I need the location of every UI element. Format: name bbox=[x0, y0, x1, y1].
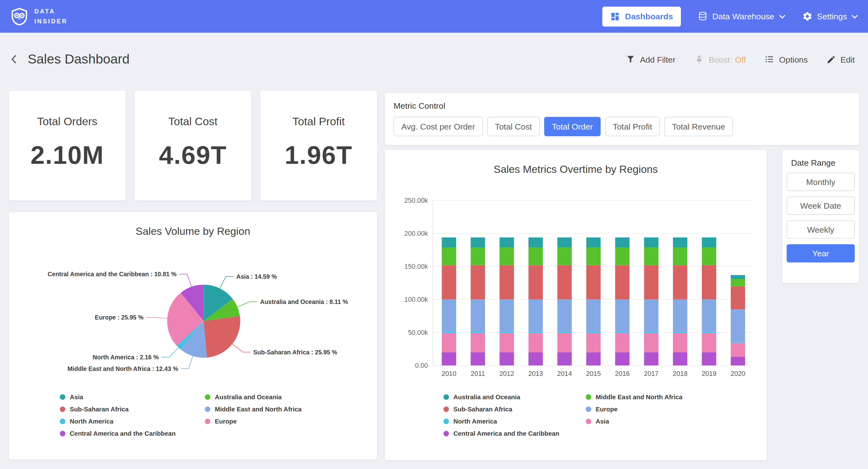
bar-segment-middle-east-and-north-africa[interactable] bbox=[702, 247, 716, 265]
bar-segment-australia-and-oceania[interactable] bbox=[442, 237, 456, 247]
bar-segment-sub-saharan-africa[interactable] bbox=[528, 265, 542, 299]
bar-segment-europe[interactable] bbox=[528, 300, 542, 332]
bar-segment-middle-east-and-north-africa[interactable] bbox=[442, 247, 456, 265]
pie-legend-item-europe[interactable]: Europe bbox=[205, 418, 371, 424]
bar-segment-north-america[interactable] bbox=[702, 332, 716, 333]
bar-segment-australia-and-oceania[interactable] bbox=[702, 237, 716, 247]
bar-segment-middle-east-and-north-africa[interactable] bbox=[471, 247, 485, 265]
options-button[interactable]: Options bbox=[765, 54, 808, 64]
bar-segment-sub-saharan-africa[interactable] bbox=[471, 265, 485, 299]
bar-segment-north-america[interactable] bbox=[442, 332, 456, 333]
bar-segment-central-america-and-the-caribbean[interactable] bbox=[673, 352, 687, 365]
bar-segment-middle-east-and-north-africa[interactable] bbox=[731, 279, 745, 286]
pie-legend-item-middle-east-and-north-africa[interactable]: Middle East and North Africa bbox=[205, 406, 371, 412]
bar-segment-middle-east-and-north-africa[interactable] bbox=[500, 247, 514, 265]
bar-segment-asia[interactable] bbox=[528, 333, 542, 353]
bar-segment-europe[interactable] bbox=[557, 300, 571, 332]
bar-segment-asia[interactable] bbox=[644, 333, 658, 353]
bar-segment-asia[interactable] bbox=[471, 333, 485, 353]
metric-button-total-revenue[interactable]: Total Revenue bbox=[664, 117, 733, 136]
bar-segment-central-america-and-the-caribbean[interactable] bbox=[528, 352, 542, 365]
bar-segment-north-america[interactable] bbox=[644, 332, 658, 333]
brand[interactable]: DATA INSIDER bbox=[10, 7, 67, 26]
bar-segment-north-america[interactable] bbox=[557, 332, 571, 333]
bar-segment-north-america[interactable] bbox=[615, 332, 629, 333]
bar-segment-central-america-and-the-caribbean[interactable] bbox=[731, 357, 745, 365]
bar-segment-asia[interactable] bbox=[500, 333, 514, 353]
bar-segment-europe[interactable] bbox=[702, 300, 716, 332]
bar-segment-australia-and-oceania[interactable] bbox=[557, 237, 571, 247]
bar-segment-sub-saharan-africa[interactable] bbox=[644, 265, 658, 299]
metric-button-total-order[interactable]: Total Order bbox=[544, 117, 601, 136]
bar-legend-item-sub-saharan-africa[interactable]: Sub-Saharan Africa bbox=[443, 406, 586, 412]
bar-segment-sub-saharan-africa[interactable] bbox=[500, 265, 514, 299]
bar-segment-north-america[interactable] bbox=[731, 342, 745, 343]
bar-segment-north-america[interactable] bbox=[673, 332, 687, 333]
bar-segment-europe[interactable] bbox=[586, 300, 600, 332]
bar-segment-sub-saharan-africa[interactable] bbox=[673, 265, 687, 299]
bar-segment-sub-saharan-africa[interactable] bbox=[442, 265, 456, 299]
bar-segment-middle-east-and-north-africa[interactable] bbox=[673, 247, 687, 265]
bar-segment-sub-saharan-africa[interactable] bbox=[586, 265, 600, 299]
bar-segment-middle-east-and-north-africa[interactable] bbox=[615, 247, 629, 265]
pie-legend-item-north-america[interactable]: North America bbox=[60, 418, 205, 424]
bar-segment-europe[interactable] bbox=[644, 300, 658, 332]
date-range-button-week-date[interactable]: Week Date bbox=[787, 197, 855, 215]
bar-segment-asia[interactable] bbox=[673, 333, 687, 353]
metric-button-total-cost[interactable]: Total Cost bbox=[487, 117, 539, 136]
metric-button-total-profit[interactable]: Total Profit bbox=[605, 117, 660, 136]
bar-segment-sub-saharan-africa[interactable] bbox=[731, 286, 745, 309]
bar-segment-central-america-and-the-caribbean[interactable] bbox=[500, 352, 514, 365]
bar-segment-central-america-and-the-caribbean[interactable] bbox=[615, 352, 629, 365]
nav-settings[interactable]: Settings bbox=[802, 11, 858, 22]
bar-segment-australia-and-oceania[interactable] bbox=[615, 237, 629, 247]
bar-segment-europe[interactable] bbox=[673, 300, 687, 332]
bar-segment-sub-saharan-africa[interactable] bbox=[557, 265, 571, 299]
bar-segment-europe[interactable] bbox=[500, 300, 514, 332]
bar-segment-central-america-and-the-caribbean[interactable] bbox=[702, 352, 716, 365]
edit-button[interactable]: Edit bbox=[827, 55, 855, 64]
bar-segment-north-america[interactable] bbox=[500, 332, 514, 333]
nav-data-warehouse[interactable]: Data Warehouse bbox=[698, 11, 785, 22]
bar-segment-middle-east-and-north-africa[interactable] bbox=[528, 247, 542, 265]
bar-segment-sub-saharan-africa[interactable] bbox=[615, 265, 629, 299]
bar-segment-europe[interactable] bbox=[442, 300, 456, 332]
bar-segment-north-america[interactable] bbox=[586, 332, 600, 333]
bar-segment-australia-and-oceania[interactable] bbox=[644, 237, 658, 247]
bar-segment-asia[interactable] bbox=[557, 333, 571, 353]
pie-slice-sub-saharan-africa[interactable] bbox=[204, 316, 240, 357]
bar-segment-north-america[interactable] bbox=[528, 332, 542, 333]
bar-legend-item-asia[interactable]: Asia bbox=[586, 418, 751, 424]
pie-legend-item-sub-saharan-africa[interactable]: Sub-Saharan Africa bbox=[60, 406, 205, 412]
date-range-button-monthly[interactable]: Monthly bbox=[787, 173, 855, 191]
bar-segment-asia[interactable] bbox=[615, 333, 629, 353]
bar-segment-asia[interactable] bbox=[731, 343, 745, 357]
bar-segment-australia-and-oceania[interactable] bbox=[471, 237, 485, 247]
metric-button-avg-cost-per-order[interactable]: Avg. Cost per Order bbox=[394, 117, 483, 136]
bar-segment-middle-east-and-north-africa[interactable] bbox=[586, 247, 600, 265]
bar-segment-asia[interactable] bbox=[586, 333, 600, 353]
bar-segment-middle-east-and-north-africa[interactable] bbox=[644, 247, 658, 265]
bar-segment-central-america-and-the-caribbean[interactable] bbox=[471, 352, 485, 365]
bar-legend-item-australia-and-oceania[interactable]: Australia and Oceania bbox=[443, 393, 586, 400]
bar-segment-central-america-and-the-caribbean[interactable] bbox=[442, 352, 456, 365]
bar-segment-sub-saharan-africa[interactable] bbox=[702, 265, 716, 299]
bar-segment-europe[interactable] bbox=[615, 300, 629, 332]
bar-segment-australia-and-oceania[interactable] bbox=[731, 275, 745, 279]
stacked-bar-chart[interactable]: 0.0050.00k100.00k150.00k200.00k250.00k20… bbox=[385, 183, 767, 388]
bar-segment-asia[interactable] bbox=[702, 333, 716, 353]
bar-segment-central-america-and-the-caribbean[interactable] bbox=[557, 352, 571, 365]
bar-segment-australia-and-oceania[interactable] bbox=[673, 237, 687, 247]
back-button[interactable] bbox=[8, 53, 21, 66]
date-range-button-weekly[interactable]: Weekly bbox=[787, 221, 855, 239]
date-range-button-year[interactable]: Year bbox=[787, 244, 855, 263]
bar-legend-item-middle-east-and-north-africa[interactable]: Middle East and North Africa bbox=[586, 393, 751, 400]
bar-segment-australia-and-oceania[interactable] bbox=[528, 237, 542, 247]
bar-segment-australia-and-oceania[interactable] bbox=[586, 237, 600, 247]
bar-legend-item-europe[interactable]: Europe bbox=[586, 406, 751, 412]
bar-legend-item-north-america[interactable]: North America bbox=[443, 418, 586, 424]
bar-segment-north-america[interactable] bbox=[471, 332, 485, 333]
pie-chart[interactable]: Asia : 14.59 %Australia and Oceania : 8.… bbox=[9, 235, 377, 396]
bar-segment-europe[interactable] bbox=[731, 309, 745, 342]
bar-segment-middle-east-and-north-africa[interactable] bbox=[557, 247, 571, 265]
